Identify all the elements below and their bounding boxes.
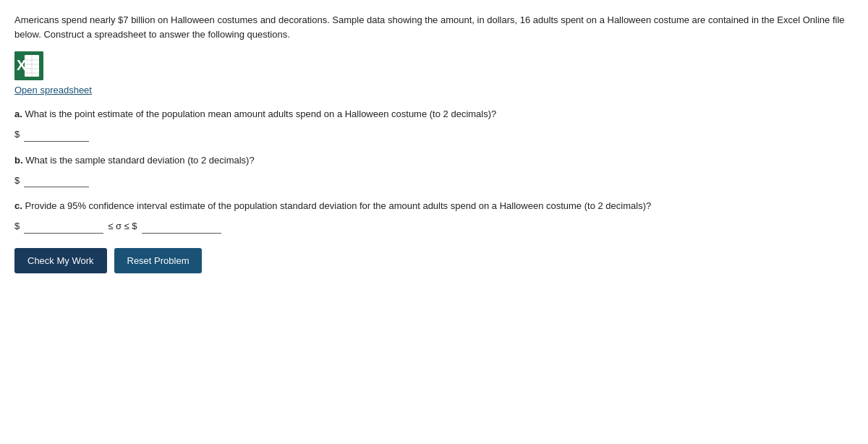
question-b-dollar: $: [14, 175, 20, 186]
intro-text: Americans spend nearly $7 billion on Hal…: [14, 13, 854, 41]
question-c-sigma: ≤ σ ≤ $: [108, 221, 137, 231]
question-a-input[interactable]: [24, 127, 89, 142]
question-b-label: b. What is the sample standard deviation…: [14, 153, 854, 168]
reset-problem-button[interactable]: Reset Problem: [114, 248, 203, 273]
question-a-prefix: a.: [14, 108, 22, 119]
question-a-text: What is the point estimate of the popula…: [22, 108, 496, 119]
question-c-dollar: $: [14, 221, 20, 231]
excel-icon: X: [14, 51, 43, 80]
excel-icon-area: X: [14, 51, 854, 82]
question-a-dollar: $: [14, 129, 20, 140]
open-spreadsheet-link[interactable]: Open spreadsheet: [14, 85, 854, 95]
question-c-input-lower[interactable]: [24, 219, 103, 234]
question-c-block: c. Provide a 95% confidence interval est…: [14, 199, 854, 234]
question-a-label: a. What is the point estimate of the pop…: [14, 107, 854, 121]
question-b-input[interactable]: [24, 173, 89, 187]
svg-text:X: X: [17, 57, 27, 73]
question-b-prefix: b.: [14, 155, 23, 166]
question-c-text: Provide a 95% confidence interval estima…: [22, 200, 651, 211]
question-b-block: b. What is the sample standard deviation…: [14, 153, 854, 188]
question-c-input-upper[interactable]: [142, 219, 221, 234]
question-c-label: c. Provide a 95% confidence interval est…: [14, 199, 854, 213]
question-a-block: a. What is the point estimate of the pop…: [14, 107, 854, 142]
question-b-text: What is the sample standard deviation (t…: [23, 155, 255, 166]
question-b-input-row: $: [14, 173, 854, 187]
check-my-work-button[interactable]: Check My Work: [14, 248, 107, 273]
question-a-input-row: $: [14, 127, 854, 142]
question-c-prefix: c.: [14, 200, 22, 211]
buttons-row: Check My Work Reset Problem: [14, 248, 854, 273]
question-c-input-row: $ ≤ σ ≤ $: [14, 219, 854, 234]
